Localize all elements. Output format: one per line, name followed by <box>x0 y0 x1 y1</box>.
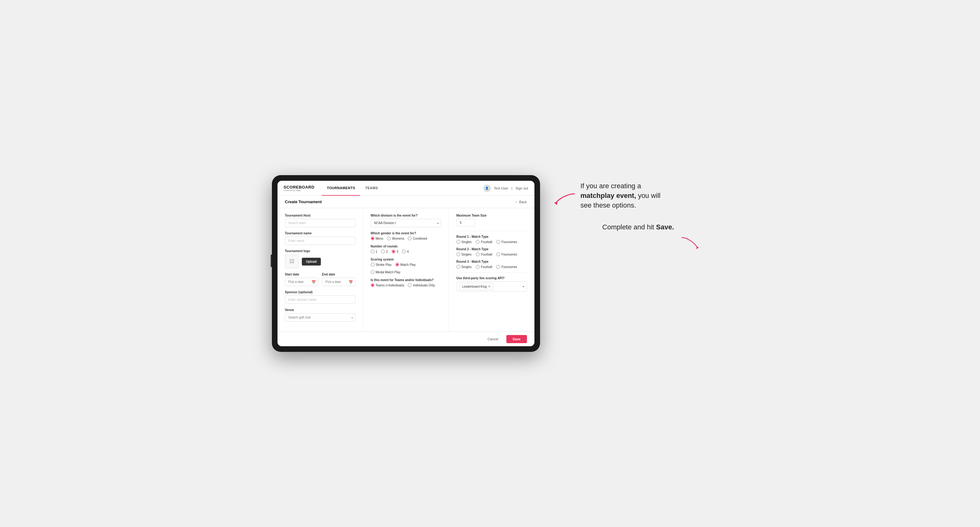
teams-teams[interactable]: Teams (+Individuals) <box>371 283 404 287</box>
signout-link[interactable]: Sign out <box>515 186 528 190</box>
venue-label: Venue <box>285 308 355 312</box>
round-2-radio[interactable] <box>381 250 385 253</box>
round2-singles[interactable]: Singles <box>457 252 472 256</box>
round1-singles-radio[interactable] <box>457 240 460 244</box>
remove-tag-icon[interactable]: ✕ <box>488 284 491 289</box>
back-button[interactable]: ← Back <box>515 200 527 204</box>
third-party-tag-container[interactable]: Leaderboard King ✕ ▾ <box>457 281 527 292</box>
round2-foursomes-radio[interactable] <box>496 252 500 256</box>
svg-marker-0 <box>554 202 557 205</box>
scoring-radio-group: Stroke Play Match Play Medal Match Play <box>371 263 441 274</box>
round1-label: Round 1 - Match Type <box>457 235 527 238</box>
annotation-top-text: If you are creating a matchplay event, y… <box>581 181 668 210</box>
teams-individuals-radio[interactable] <box>408 283 412 287</box>
round1-singles[interactable]: Singles <box>457 240 472 244</box>
round3-singles[interactable]: Singles <box>457 265 472 269</box>
cancel-button[interactable]: Cancel <box>483 335 503 343</box>
user-name: Test User <box>494 186 508 190</box>
round2-foursomes[interactable]: Foursomes <box>496 252 517 256</box>
date-row: Start date 📅 End date 📅 <box>285 273 355 286</box>
round3-match-type: Round 3 - Match Type Singles Fourball <box>457 260 527 269</box>
round3-foursomes-radio[interactable] <box>496 265 500 269</box>
gender-combined[interactable]: Combined <box>408 237 427 240</box>
start-date-label: Start date <box>285 273 318 276</box>
round3-label: Round 3 - Match Type <box>457 260 527 264</box>
end-date-field: End date 📅 <box>322 273 355 286</box>
round1-match-type: Round 1 - Match Type Singles Fourball <box>457 235 527 244</box>
third-party-field-group: Use third-party live scoring API? Leader… <box>457 276 527 292</box>
rounds-field-group: Number of rounds 1 2 <box>371 244 441 253</box>
form-mid-col: Which division is the event for? NCAA Di… <box>363 208 449 332</box>
tournament-name-input[interactable] <box>285 237 355 245</box>
round-3-radio[interactable] <box>391 250 395 253</box>
round2-fourball[interactable]: Fourball <box>476 252 492 256</box>
gender-womens-radio[interactable] <box>387 237 391 240</box>
round3-fourball-radio[interactable] <box>476 265 480 269</box>
third-party-label: Use third-party live scoring API? <box>457 276 527 280</box>
scoring-match-play[interactable]: Match Play <box>395 263 416 267</box>
round-4-radio[interactable] <box>402 250 406 253</box>
round1-foursomes[interactable]: Foursomes <box>496 240 517 244</box>
round-3[interactable]: 3 <box>391 250 398 253</box>
round2-options: Singles Fourball Foursomes <box>457 252 527 256</box>
arrow-to-options <box>552 191 578 206</box>
round1-fourball-radio[interactable] <box>476 240 480 244</box>
divider-1 <box>457 231 527 231</box>
annotation-bottom: Complete and hit Save. <box>602 222 702 251</box>
gender-mens[interactable]: Mens <box>371 237 383 240</box>
round2-fourball-radio[interactable] <box>476 252 480 256</box>
calendar-icon: 📅 <box>312 280 316 284</box>
sponsor-input[interactable] <box>285 295 355 304</box>
scoring-stroke-play[interactable]: Stroke Play <box>371 263 391 267</box>
round-1-radio[interactable] <box>371 250 374 253</box>
scoring-stroke-radio[interactable] <box>371 263 374 267</box>
divider-2 <box>457 272 527 273</box>
scoring-medal-match[interactable]: Medal Match Play <box>371 270 400 274</box>
logo-placeholder-icon: 🖼 <box>285 255 299 268</box>
save-button[interactable]: Save <box>506 335 527 343</box>
brand-subtitle: Powered by clippr <box>284 189 315 191</box>
teams-individuals[interactable]: Individuals Only <box>408 283 435 287</box>
scoring-medal-radio[interactable] <box>371 270 374 274</box>
sponsor-label: Sponsor (optional) <box>285 290 355 294</box>
logo-upload-area: 🖼 Upload <box>285 255 355 268</box>
round1-fourball[interactable]: Fourball <box>476 240 492 244</box>
brand-title: SCOREBOARD <box>284 185 315 189</box>
nav-right: 👤 Test User | Sign out <box>483 184 528 192</box>
gender-mens-radio[interactable] <box>371 237 374 240</box>
gender-combined-radio[interactable] <box>408 237 412 240</box>
max-team-size-input[interactable] <box>457 219 475 227</box>
division-label: Which division is the event for? <box>371 214 441 217</box>
form-footer: Cancel Save <box>277 332 535 346</box>
rounds-radio-group: 1 2 3 4 <box>371 250 441 253</box>
round3-foursomes[interactable]: Foursomes <box>496 265 517 269</box>
third-party-tag: Leaderboard King ✕ <box>459 283 494 290</box>
expand-icon[interactable]: ▾ <box>523 285 524 288</box>
rounds-label: Number of rounds <box>371 244 441 248</box>
venue-search-wrapper <box>285 313 355 322</box>
division-field-group: Which division is the event for? NCAA Di… <box>371 214 441 227</box>
teams-label: Is this event for Teams and/or Individua… <box>371 278 441 282</box>
round3-singles-radio[interactable] <box>457 265 460 269</box>
round-4[interactable]: 4 <box>402 250 409 253</box>
page-wrapper: SCOREBOARD Powered by clippr TOURNAMENTS… <box>272 175 708 352</box>
gender-womens[interactable]: Womens <box>387 237 404 240</box>
nav-bar: SCOREBOARD Powered by clippr TOURNAMENTS… <box>277 181 535 196</box>
round-2[interactable]: 2 <box>381 250 388 253</box>
sponsor-field-group: Sponsor (optional) <box>285 290 355 304</box>
round-1[interactable]: 1 <box>371 250 378 253</box>
tab-tournaments[interactable]: TOURNAMENTS <box>322 181 360 196</box>
tab-teams[interactable]: TEAMS <box>360 181 383 196</box>
page-title: Create Tournament <box>285 200 322 204</box>
teams-teams-radio[interactable] <box>371 283 374 287</box>
round2-singles-radio[interactable] <box>457 252 460 256</box>
venue-search-input[interactable] <box>285 313 355 322</box>
round3-fourball[interactable]: Fourball <box>476 265 492 269</box>
division-select[interactable]: NCAA Division I <box>371 219 441 227</box>
upload-button[interactable]: Upload <box>302 258 321 265</box>
round1-foursomes-radio[interactable] <box>496 240 500 244</box>
search-team-input[interactable] <box>285 219 355 227</box>
scoring-match-radio[interactable] <box>395 263 399 267</box>
logo-field-group: Tournament logo 🖼 Upload <box>285 249 355 268</box>
form-header: Create Tournament ← Back <box>277 196 535 208</box>
